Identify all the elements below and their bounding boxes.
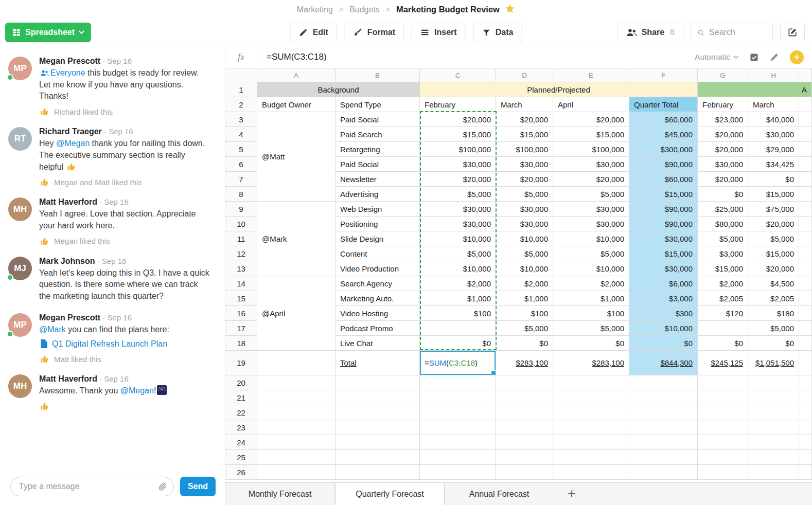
row-header-14[interactable]: 14	[225, 276, 257, 291]
cell[interactable]	[257, 465, 336, 480]
cell[interactable]	[629, 390, 698, 405]
cell-header[interactable]: February	[420, 97, 496, 112]
cell[interactable]: $20,000	[496, 112, 553, 127]
cell[interactable]	[799, 112, 812, 127]
cell[interactable]	[257, 405, 336, 420]
favorite-star-icon[interactable]	[505, 4, 515, 14]
cell[interactable]	[420, 405, 496, 420]
cell[interactable]	[799, 291, 812, 306]
row-header-23[interactable]: 23	[225, 420, 257, 435]
cell[interactable]: $20,000	[496, 172, 553, 187]
cell[interactable]: $20,000	[553, 112, 629, 127]
active-cell-formula[interactable]: =SUM(C3:C18)	[420, 351, 496, 375]
mention-link[interactable]: @Mark	[39, 325, 66, 334]
cell-spend-type[interactable]: Podcast Promo	[336, 321, 420, 336]
message-input[interactable]	[19, 482, 158, 491]
column-header-partial[interactable]	[799, 68, 812, 82]
cell[interactable]	[698, 420, 748, 435]
cell[interactable]: $30,000	[420, 217, 496, 231]
cell[interactable]	[698, 321, 748, 336]
column-header-B[interactable]: B	[336, 68, 420, 82]
cell[interactable]	[629, 465, 698, 480]
cell[interactable]	[553, 450, 629, 465]
cell[interactable]	[420, 375, 496, 390]
cell[interactable]	[336, 465, 420, 480]
row-header-21[interactable]: 21	[225, 390, 257, 405]
column-header-C[interactable]: C	[420, 68, 496, 82]
cell[interactable]	[748, 405, 799, 420]
cell[interactable]	[496, 405, 553, 420]
cell-header[interactable]: Budget Owner	[257, 97, 336, 112]
cell-spend-type[interactable]: Retargeting	[336, 142, 420, 157]
cell[interactable]	[799, 157, 812, 172]
message-input-wrap[interactable]	[10, 477, 174, 496]
cell[interactable]	[799, 276, 812, 291]
cell[interactable]: $30,000	[553, 202, 629, 217]
cell[interactable]	[698, 375, 748, 390]
cell[interactable]	[748, 435, 799, 450]
row-header-19[interactable]: 19	[225, 351, 257, 375]
cell[interactable]	[257, 375, 336, 390]
cell[interactable]: $29,000	[748, 142, 799, 157]
row-header-15[interactable]: 15	[225, 291, 257, 306]
cell[interactable]: $100	[553, 306, 629, 321]
cell[interactable]	[553, 435, 629, 450]
cell[interactable]: $300	[629, 306, 698, 321]
search-input[interactable]	[709, 28, 766, 37]
cell[interactable]	[799, 405, 812, 420]
cell[interactable]	[698, 450, 748, 465]
cell[interactable]: $15,000	[553, 127, 629, 142]
cell[interactable]	[629, 450, 698, 465]
column-header-D[interactable]: D	[496, 68, 553, 82]
cell-spend-type[interactable]: Paid Search	[336, 127, 420, 142]
cell[interactable]	[799, 261, 812, 276]
cell[interactable]: $100	[420, 306, 496, 321]
cell[interactable]	[799, 420, 812, 435]
message-author[interactable]: Richard Traeger	[39, 127, 102, 136]
cell[interactable]	[799, 231, 812, 246]
cell[interactable]: $15,000	[629, 187, 698, 202]
cell-spend-type[interactable]: Web Design	[336, 202, 420, 217]
cell[interactable]: $0	[698, 336, 748, 351]
cell[interactable]: $30,000	[629, 261, 698, 276]
column-header-E[interactable]: E	[553, 68, 629, 82]
cell-spend-type[interactable]: Paid Social	[336, 157, 420, 172]
cell[interactable]	[257, 351, 336, 375]
row-header-7[interactable]: 7	[225, 172, 257, 187]
cell[interactable]: $60,000	[629, 112, 698, 127]
breadcrumb-item-budgets[interactable]: Budgets	[349, 5, 380, 14]
cell[interactable]	[799, 375, 812, 390]
cell[interactable]: $15,000	[748, 246, 799, 261]
message-author[interactable]: Matt Haverford	[39, 374, 97, 383]
cell[interactable]: $30,000	[553, 157, 629, 172]
cell[interactable]	[257, 450, 336, 465]
cell[interactable]: $10,000	[629, 321, 698, 336]
cell[interactable]	[496, 390, 553, 405]
cell[interactable]	[799, 336, 812, 351]
cell[interactable]	[799, 217, 812, 231]
cell[interactable]	[799, 202, 812, 217]
row-header-24[interactable]: 24	[225, 435, 257, 450]
cell[interactable]	[748, 420, 799, 435]
cell[interactable]: $0	[553, 336, 629, 351]
row-header-11[interactable]: 11	[225, 231, 257, 246]
format-button[interactable]: Format	[345, 23, 404, 42]
cell[interactable]: $30,000	[553, 217, 629, 231]
cell[interactable]: $15,000	[496, 127, 553, 142]
cell[interactable]	[629, 435, 698, 450]
message-author[interactable]: Matt Haverford	[39, 197, 97, 206]
cell[interactable]	[553, 375, 629, 390]
share-button[interactable]: Share 8	[617, 23, 683, 42]
sheet-tab-monthly-forecast[interactable]: Monthly Forecast	[225, 483, 335, 505]
cell[interactable]: $20,000	[748, 217, 799, 231]
cell[interactable]: $15,000	[698, 261, 748, 276]
cell[interactable]	[799, 321, 812, 336]
cell[interactable]: $2,005	[698, 291, 748, 306]
cell[interactable]	[420, 465, 496, 480]
cell[interactable]: $15,000	[629, 246, 698, 261]
cell[interactable]	[420, 435, 496, 450]
cell-spend-type[interactable]: Positioning	[336, 217, 420, 231]
cell[interactable]: $3,000	[698, 246, 748, 261]
row-header-4[interactable]: 4	[225, 127, 257, 142]
cell[interactable]	[420, 390, 496, 405]
